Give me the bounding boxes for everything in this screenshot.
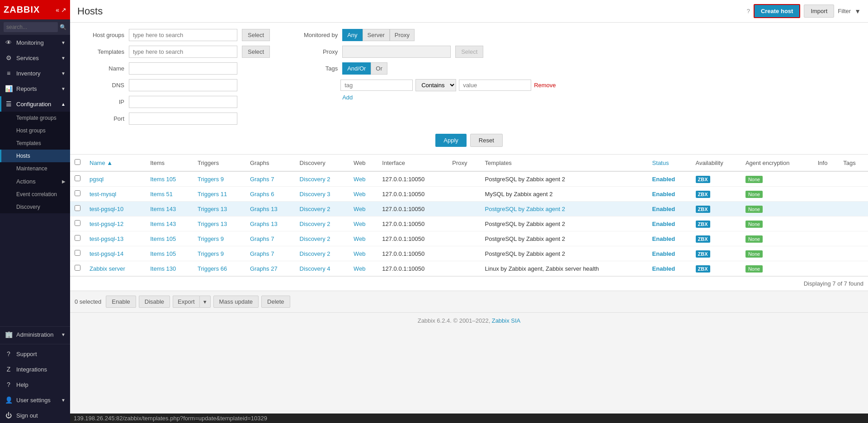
collapse-icon[interactable]: « [56, 6, 59, 14]
tag-input[interactable] [340, 80, 413, 91]
tags-or-button[interactable]: Or [371, 62, 387, 75]
monitored-any-button[interactable]: Any [342, 29, 362, 41]
name-input[interactable] [129, 62, 237, 75]
export-dropdown-button[interactable]: ▼ [199, 296, 211, 308]
export-button[interactable]: Export [173, 296, 199, 308]
row-checkbox[interactable] [75, 265, 80, 271]
filter-icon[interactable]: ▼ [854, 8, 861, 15]
proxy-input[interactable] [342, 46, 451, 58]
discovery-link[interactable]: Discovery 2 [300, 206, 330, 212]
reset-button[interactable]: Reset [470, 134, 503, 147]
dns-input[interactable] [129, 79, 237, 91]
row-checkbox[interactable] [75, 250, 80, 256]
discovery-link[interactable]: Discovery 2 [300, 250, 330, 257]
add-tag-link[interactable]: Add [342, 94, 353, 101]
graphs-link[interactable]: Graphs 7 [250, 176, 274, 183]
triggers-link[interactable]: Triggers 11 [198, 191, 227, 197]
triggers-link[interactable]: Triggers 9 [198, 176, 224, 183]
web-link[interactable]: Web [354, 235, 366, 242]
host-name-link[interactable]: test-mysql [90, 191, 116, 197]
web-link[interactable]: Web [354, 206, 366, 212]
sidebar-item-integrations[interactable]: Z Integrations [0, 362, 70, 377]
web-link[interactable]: Web [354, 191, 366, 197]
graphs-link[interactable]: Graphs 7 [250, 235, 274, 242]
sidebar-item-administration[interactable]: 🏢 Administration ▼ [0, 327, 70, 342]
row-checkbox[interactable] [75, 205, 80, 211]
triggers-link[interactable]: Triggers 66 [198, 265, 227, 272]
items-link[interactable]: Items 130 [150, 265, 176, 272]
items-link[interactable]: Items 105 [150, 235, 176, 242]
select-all-checkbox[interactable] [75, 159, 80, 165]
host-name-link[interactable]: test-pgsql-14 [90, 250, 123, 257]
triggers-link[interactable]: Triggers 9 [198, 235, 224, 242]
template-link[interactable]: PostgreSQL by Zabbix agent 2 [485, 235, 565, 242]
host-groups-input[interactable] [129, 29, 237, 41]
sidebar-item-inventory[interactable]: ≡ Inventory ▼ [0, 66, 70, 81]
host-name-link[interactable]: pgsql [90, 176, 104, 183]
items-link[interactable]: Items 143 [150, 206, 176, 212]
row-checkbox[interactable] [75, 190, 80, 196]
ip-input[interactable] [129, 96, 237, 108]
help-button[interactable]: ? [747, 8, 750, 14]
expand-icon[interactable]: ↗ [61, 6, 66, 14]
discovery-link[interactable]: Discovery 2 [300, 221, 330, 227]
row-checkbox[interactable] [75, 235, 80, 241]
triggers-link[interactable]: Triggers 9 [198, 250, 224, 257]
sidebar-item-support[interactable]: ? Support [0, 346, 70, 362]
sidebar-item-user-settings[interactable]: 👤 User settings ▼ [0, 392, 70, 408]
sidebar-item-templates[interactable]: Templates [0, 137, 70, 150]
graphs-link[interactable]: Graphs 7 [250, 250, 274, 257]
web-link[interactable]: Web [354, 265, 366, 272]
sidebar-item-help[interactable]: ? Help [0, 377, 70, 392]
tag-value-input[interactable] [459, 80, 531, 91]
proxy-select-button[interactable]: Select [455, 46, 483, 58]
items-link[interactable]: Items 51 [150, 191, 173, 197]
template-link[interactable]: PostgreSQL by Zabbix agent 2 [485, 206, 565, 212]
port-input[interactable] [129, 113, 237, 125]
triggers-link[interactable]: Triggers 13 [198, 206, 227, 212]
create-host-button[interactable]: Create host [754, 4, 801, 18]
remove-tag-link[interactable]: Remove [534, 82, 556, 89]
tag-contains-select[interactable]: Contains [415, 79, 456, 91]
template-link[interactable]: MySQL by Zabbix agent 2 [485, 191, 553, 197]
discovery-link[interactable]: Discovery 2 [300, 235, 330, 242]
triggers-link[interactable]: Triggers 13 [198, 221, 227, 227]
row-checkbox[interactable] [75, 175, 80, 181]
items-link[interactable]: Items 143 [150, 221, 176, 227]
items-link[interactable]: Items 105 [150, 176, 176, 183]
enable-button[interactable]: Enable [106, 296, 136, 308]
host-name-link[interactable]: Zabbix server [90, 265, 125, 272]
delete-button[interactable]: Delete [261, 296, 290, 308]
templates-input[interactable] [129, 46, 237, 58]
sidebar-item-sign-out[interactable]: ⏻ Sign out [0, 408, 70, 423]
sidebar-item-event-correlation[interactable]: Event correlation [0, 188, 70, 201]
tags-andor-button[interactable]: And/Or [342, 62, 371, 75]
disable-button[interactable]: Disable [139, 296, 170, 308]
row-checkbox[interactable] [75, 220, 80, 226]
sidebar-item-host-groups[interactable]: Host groups [0, 124, 70, 137]
template-link[interactable]: PostgreSQL by Zabbix agent 2 [485, 250, 565, 257]
sidebar-search-input[interactable] [4, 22, 58, 32]
sidebar-item-maintenance[interactable]: Maintenance [0, 162, 70, 175]
template-link[interactable]: Linux by Zabbix agent, Zabbix server hea… [485, 265, 599, 272]
web-link[interactable]: Web [354, 221, 366, 227]
footer-link[interactable]: Zabbix SIA [492, 317, 521, 324]
host-name-link[interactable]: test-pgsql-12 [90, 221, 123, 227]
sidebar-item-hosts[interactable]: Hosts [0, 150, 70, 162]
sidebar-item-configuration[interactable]: ☰ Configuration ▲ [0, 96, 70, 112]
template-link[interactable]: PostgreSQL by Zabbix agent 2 [485, 221, 565, 227]
template-link[interactable]: PostgreSQL by Zabbix agent 2 [485, 176, 565, 183]
monitored-server-button[interactable]: Server [363, 29, 390, 41]
discovery-link[interactable]: Discovery 4 [300, 265, 330, 272]
import-button[interactable]: Import [804, 5, 834, 18]
sidebar-item-reports[interactable]: 📊 Reports ▼ [0, 81, 70, 96]
web-link[interactable]: Web [354, 250, 366, 257]
monitored-proxy-button[interactable]: Proxy [390, 29, 415, 41]
host-name-link[interactable]: test-pgsql-10 [90, 206, 123, 212]
discovery-link[interactable]: Discovery 3 [300, 191, 330, 197]
graphs-link[interactable]: Graphs 13 [250, 206, 278, 212]
sidebar-item-monitoring[interactable]: 👁 Monitoring ▼ [0, 35, 70, 50]
apply-button[interactable]: Apply [435, 134, 467, 147]
mass-update-button[interactable]: Mass update [213, 296, 259, 308]
sidebar-item-discovery[interactable]: Discovery [0, 201, 70, 213]
